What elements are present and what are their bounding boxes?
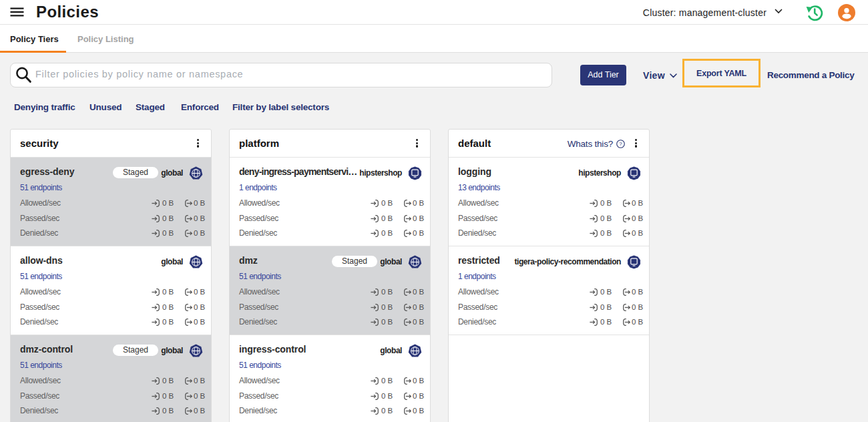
svg-text:?: ? <box>619 141 622 147</box>
